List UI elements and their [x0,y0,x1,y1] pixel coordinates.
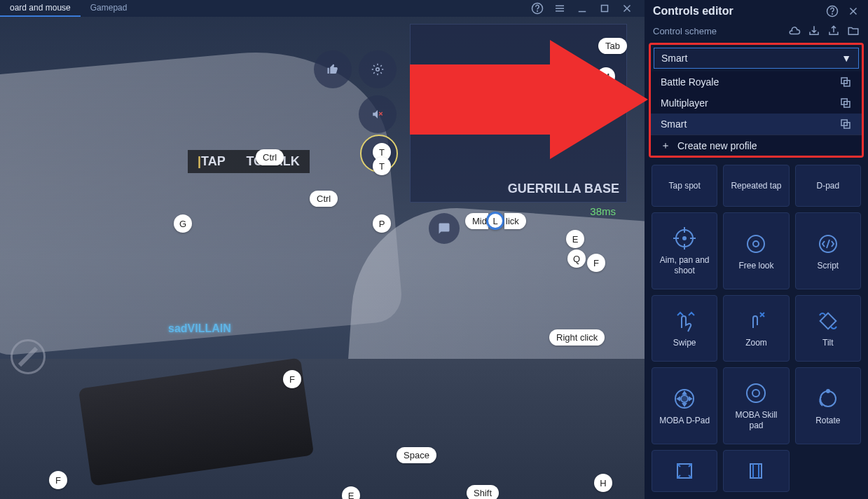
control-swipe[interactable]: Swipe [652,295,717,362]
import-icon[interactable] [808,25,820,37]
key-e[interactable]: E [566,230,584,248]
key-t-2[interactable]: T [373,157,391,175]
control-label: Rotate [815,416,840,426]
chat-icon[interactable] [429,213,460,244]
control-script[interactable]: Script [795,212,861,289]
control-free-look[interactable]: Free look [723,212,789,289]
close-icon[interactable] [621,2,633,15]
folder-icon[interactable] [847,25,860,37]
crosshair-icon [672,226,697,251]
chevron-down-icon: ▼ [841,53,851,64]
scheme-dropdown-button[interactable]: Smart ▼ [654,48,859,69]
eye-icon [743,231,769,257]
close-icon[interactable] [847,5,860,18]
ping-text: 38ms [590,205,616,217]
svg-point-27 [683,237,686,240]
help-icon[interactable] [826,5,839,18]
tab-gamepad[interactable]: Gamepad [81,0,137,17]
help-icon[interactable] [531,2,544,15]
controls-editor-panel: Controls editor Control scheme Smart ▼ B… [645,0,868,499]
pan-icon [743,458,769,484]
rotate-icon [815,386,841,411]
panel-title: Controls editor [653,5,733,18]
key-space[interactable]: Space [397,447,436,463]
control-d-pad[interactable]: D-pad [795,165,861,207]
control-moba-skill[interactable]: MOBA Skill pad [723,367,789,444]
control-label: Tilt [822,338,834,348]
scheme-label: Control scheme [653,26,717,36]
control-extra-2[interactable] [723,450,789,492]
key-q[interactable]: Q [567,250,586,268]
key-l[interactable]: L [486,212,504,230]
tab-keyboard-mouse[interactable]: oard and mouse [0,0,81,17]
cloud-icon[interactable] [788,25,801,37]
svg-point-33 [681,395,688,402]
moba-skill-icon [743,381,769,406]
control-label: MOBA Skill pad [728,410,784,431]
mute-icon[interactable] [359,95,397,133]
control-extra-1[interactable] [652,450,717,492]
minimap-label: GUERRILLA BASE [508,182,619,196]
player-name: sadVILLAIN [168,322,231,335]
control-zoom[interactable]: Zoom [723,295,789,362]
copy-icon[interactable] [839,118,852,130]
svg-rect-39 [750,464,762,478]
scheme-option-multiplayer[interactable]: Multiplayer [651,93,862,114]
svg-point-37 [827,390,829,392]
noentry-icon [11,339,46,374]
plus-icon: ＋ [661,139,670,152]
scheme-dropdown-highlight: Smart ▼ Battle Royale Multiplayer Smart … [649,43,864,158]
create-new-label: Create new profile [677,140,757,151]
copy-icon[interactable] [839,97,852,109]
control-rotate[interactable]: Rotate [795,367,861,444]
scheme-option-smart[interactable]: Smart [651,114,862,135]
key-m[interactable]: M [597,67,615,86]
key-g[interactable]: G [174,214,192,233]
key-mid-click-right[interactable]: lick [504,213,526,229]
game-viewport[interactable]: GUERRILLA BASE 38ms |TAP xx TO TALK sadV… [0,17,645,499]
scheme-option-label: Smart [661,118,687,130]
key-mid-click-left[interactable]: Mid [465,213,488,229]
controls-grid: Tap spot Repeated tap D-pad Aim, pan and… [645,158,868,499]
key-f-3[interactable]: F [49,471,67,489]
control-label: Aim, pan and shoot [656,255,712,276]
svg-rect-6 [602,6,608,12]
minimap: GUERRILLA BASE 38ms [410,24,627,203]
svg-point-35 [752,390,759,397]
key-right-click[interactable]: Right click [549,329,605,346]
export-icon[interactable] [827,25,840,37]
minimize-icon[interactable] [576,2,588,15]
key-shift[interactable]: Shift [467,485,499,499]
key-h[interactable]: H [594,474,612,492]
control-label: Swipe [673,338,696,348]
key-f-2[interactable]: F [283,370,301,388]
script-icon [815,231,841,257]
key-f-1[interactable]: F [587,254,605,272]
create-new-profile[interactable]: ＋ Create new profile [651,135,862,156]
swipe-icon [672,308,697,334]
key-tab[interactable]: Tab [598,38,627,54]
menu-icon[interactable] [553,2,566,15]
control-label: Script [817,261,839,271]
gear-icon[interactable] [359,50,397,88]
scheme-option-battle-royale[interactable]: Battle Royale [651,71,862,93]
key-ctrl-2[interactable]: Ctrl [310,191,338,207]
copy-icon[interactable] [839,76,852,88]
control-aim-pan-shoot[interactable]: Aim, pan and shoot [652,212,717,289]
control-label: Free look [738,261,773,271]
zoom-icon [743,308,769,334]
control-tap-spot[interactable]: Tap spot [652,165,717,207]
control-tilt[interactable]: Tilt [795,295,861,362]
maximize-icon[interactable] [598,2,611,15]
key-p[interactable]: P [373,214,391,233]
key-ctrl-1[interactable]: Ctrl [256,149,284,165]
thumbs-up-icon[interactable] [314,50,352,88]
panel-header: Controls editor [645,0,868,22]
svg-point-1 [537,11,538,11]
moba-dpad-icon [672,386,697,411]
control-repeated-tap[interactable]: Repeated tap [723,165,789,207]
control-moba-dpad[interactable]: MOBA D-Pad [652,367,717,444]
tilt-icon [815,308,841,334]
tap-to-talk-hint: |TAP xx TO TALK [188,150,310,173]
scheme-row: Control scheme [645,22,868,43]
